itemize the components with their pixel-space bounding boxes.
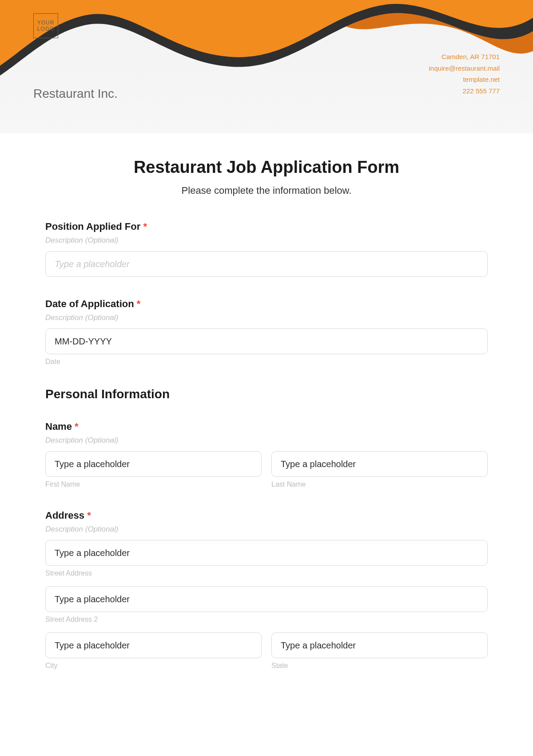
date-input[interactable]: [45, 328, 488, 354]
contact-phone: 222 555 777: [429, 85, 500, 97]
required-mark: *: [75, 421, 79, 432]
last-name-input[interactable]: [271, 451, 488, 477]
form-subtitle: Please complete the information below.: [45, 185, 488, 196]
city-sublabel: City: [45, 662, 262, 670]
name-label: Name *: [45, 421, 488, 432]
state-sublabel: State: [271, 662, 488, 670]
date-label-text: Date of Application: [45, 298, 134, 309]
address-label-text: Address: [45, 510, 84, 521]
street-address-2-sublabel: Street Address 2: [45, 616, 488, 624]
date-label: Date of Application *: [45, 298, 488, 310]
address-label: Address *: [45, 510, 488, 521]
required-mark: *: [137, 298, 141, 309]
date-description: Description (Optional): [45, 313, 488, 322]
date-field-group: Date of Application * Description (Optio…: [45, 298, 488, 366]
state-input[interactable]: [271, 632, 488, 658]
address-field-group: Address * Description (Optional) Street …: [45, 510, 488, 670]
required-mark: *: [143, 221, 147, 232]
last-name-sublabel: Last Name: [271, 480, 488, 488]
city-input[interactable]: [45, 632, 262, 658]
form-title: Restaurant Job Application Form: [45, 158, 488, 177]
position-label-text: Position Applied For: [45, 221, 140, 232]
street-address-input[interactable]: [45, 540, 488, 566]
position-description: Description (Optional): [45, 236, 488, 245]
date-sublabel: Date: [45, 358, 488, 366]
logo-text: YOUR LOGO: [34, 20, 58, 32]
position-label: Position Applied For *: [45, 221, 488, 232]
brand-name: Restaurant Inc.: [33, 87, 118, 101]
contact-address: Camden, AR 71701: [429, 51, 500, 63]
street-address-sublabel: Street Address: [45, 569, 488, 577]
name-label-text: Name: [45, 421, 72, 432]
address-description: Description (Optional): [45, 525, 488, 534]
position-input[interactable]: [45, 251, 488, 277]
position-field-group: Position Applied For * Description (Opti…: [45, 221, 488, 277]
name-description: Description (Optional): [45, 436, 488, 445]
contact-block: Camden, AR 71701 inquire@restaurant.mail…: [429, 51, 500, 96]
logo-placeholder: YOUR LOGO: [33, 13, 58, 38]
header-area: YOUR LOGO Restaurant Inc. Camden, AR 717…: [0, 0, 533, 133]
first-name-sublabel: First Name: [45, 480, 262, 488]
first-name-input[interactable]: [45, 451, 262, 477]
form-container: Restaurant Job Application Form Please c…: [0, 133, 533, 709]
name-field-group: Name * Description (Optional) First Name…: [45, 421, 488, 488]
street-address-2-input[interactable]: [45, 586, 488, 612]
contact-email: inquire@restaurant.mail: [429, 63, 500, 74]
contact-site: template.net: [429, 74, 500, 85]
required-mark: *: [87, 510, 91, 521]
personal-section-title: Personal Information: [45, 387, 488, 401]
